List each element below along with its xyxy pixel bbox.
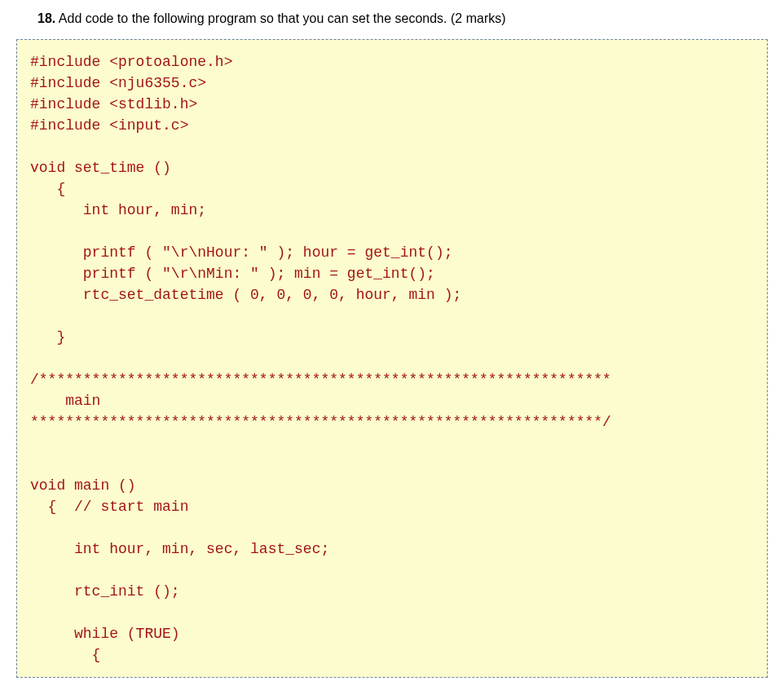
page: 18. Add code to the following program so… [0, 0, 784, 686]
question-text: Add code to the following program so tha… [59, 11, 506, 25]
question-line: 18. Add code to the following program so… [37, 10, 747, 28]
question-number: 18. [37, 11, 55, 25]
code-box: #include <protoalone.h> #include <nju635… [16, 39, 768, 678]
code-content: #include <protoalone.h> #include <nju635… [30, 54, 611, 663]
